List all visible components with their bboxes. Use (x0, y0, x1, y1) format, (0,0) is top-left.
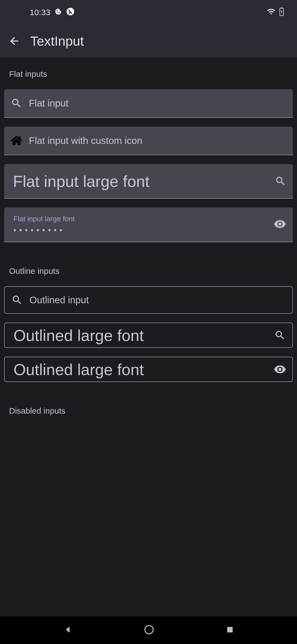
outline-input-large-eye-placeholder: Outlined large font (5, 360, 268, 379)
status-bar: 10:33 (0, 0, 297, 25)
outline-input-basic[interactable]: Outlined input (4, 286, 293, 314)
status-left: 10:33 (13, 7, 75, 18)
section-header-outline: Outline inputs (4, 251, 293, 286)
flat-input-password-label: Flat input large font (13, 215, 284, 223)
search-icon (4, 97, 29, 109)
svg-rect-2 (281, 7, 282, 8)
flat-input-basic-placeholder: Flat input (29, 98, 293, 109)
nav-back-button[interactable] (63, 625, 72, 635)
section-header-flat: Flat inputs (4, 57, 293, 89)
cookie-icon (55, 8, 62, 17)
back-button[interactable] (8, 35, 20, 47)
nav-recent-button[interactable] (226, 626, 234, 635)
flat-input-password-value: • • • • • • • • • (13, 226, 284, 234)
status-time: 10:33 (30, 8, 50, 17)
outline-input-large[interactable]: Outlined large font (4, 323, 293, 348)
arrow-left-icon (8, 35, 20, 47)
svg-rect-4 (227, 627, 233, 632)
flat-input-custom-icon-placeholder: Flat input with custom icon (29, 135, 293, 146)
search-icon (5, 294, 29, 306)
outline-input-large-eye[interactable]: Outlined large font (4, 357, 293, 382)
content-area: Flat inputs Flat input Flat input with c… (0, 57, 297, 426)
status-right (267, 7, 284, 18)
svg-point-3 (145, 626, 153, 634)
flat-input-password[interactable]: Flat input large font • • • • • • • • • (4, 208, 293, 242)
wifi-icon (267, 7, 276, 18)
home-icon (4, 135, 29, 146)
page-title: TextInput (30, 34, 84, 49)
flat-input-custom-icon[interactable]: Flat input with custom icon (4, 127, 293, 155)
nav-home-button[interactable] (144, 624, 155, 636)
navigation-bar (0, 616, 297, 644)
eye-icon[interactable] (268, 363, 292, 376)
search-icon[interactable] (268, 329, 292, 341)
search-icon[interactable] (268, 175, 293, 187)
section-header-disabled: Disabled inputs (4, 391, 293, 426)
eye-icon[interactable] (274, 218, 286, 231)
lambda-icon (66, 7, 75, 18)
flat-input-large-placeholder: Flat input large font (4, 172, 268, 190)
outline-input-large-placeholder: Outlined large font (5, 326, 268, 345)
battery-icon (279, 7, 284, 18)
flat-input-large[interactable]: Flat input large font (4, 164, 293, 199)
app-bar: TextInput (0, 25, 297, 57)
flat-input-basic[interactable]: Flat input (4, 89, 293, 118)
outline-input-basic-placeholder: Outlined input (29, 294, 292, 305)
